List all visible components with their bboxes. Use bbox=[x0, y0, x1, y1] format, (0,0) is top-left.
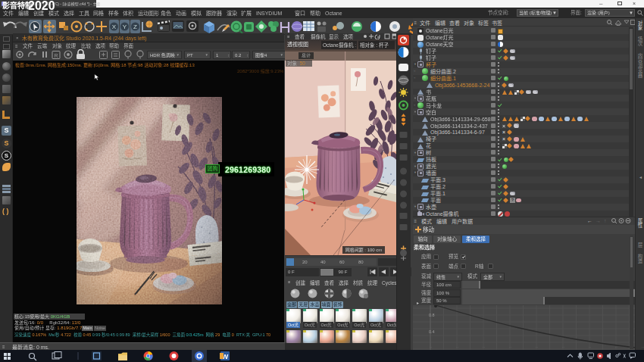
svg-text:Y: Y bbox=[123, 23, 127, 30]
svg-text:X: X bbox=[112, 23, 117, 30]
svg-text:R: R bbox=[54, 53, 58, 58]
svg-text:Z: Z bbox=[133, 23, 137, 30]
